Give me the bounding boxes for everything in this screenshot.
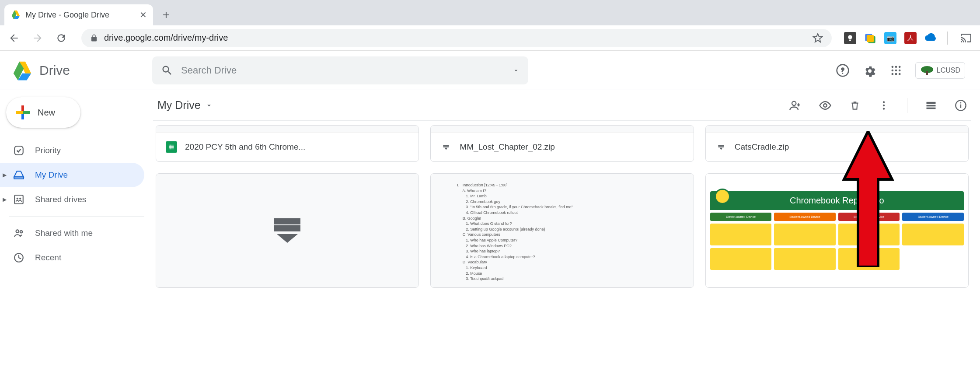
shared-drives-icon (13, 194, 24, 205)
drive-logo-area[interactable]: Drive (10, 59, 146, 82)
file-name: CatsCradle.zip (735, 142, 789, 152)
view-list-icon[interactable] (925, 99, 937, 112)
svg-point-26 (19, 198, 21, 200)
more-menu-icon[interactable] (878, 100, 889, 111)
repair-banner: Chromebook Repair Pro (710, 191, 964, 210)
tab-close-icon[interactable]: ✕ (140, 10, 147, 20)
expand-caret-icon[interactable]: ▶ (3, 172, 7, 178)
search-bar[interactable]: Search Drive (152, 56, 528, 84)
svg-point-32 (883, 101, 885, 103)
recent-icon (13, 252, 24, 263)
share-person-add-icon[interactable] (789, 99, 801, 112)
svg-marker-22 (14, 171, 24, 177)
zip-icon (440, 141, 452, 153)
extension-icon-3[interactable]: 📷 (884, 32, 896, 44)
sidebar-item-shared-drives[interactable]: ▶ Shared drives (0, 187, 144, 212)
main-area: New Priority ▶ My Drive ▶ Shared drives … (0, 90, 980, 371)
sidebar-item-shared-with-me[interactable]: Shared with me (0, 221, 144, 245)
repair-body-empty (902, 248, 964, 270)
svg-point-15 (899, 69, 901, 71)
file-card-sheets[interactable]: 2020 PCY 5th and 6th Chrome... (156, 125, 419, 162)
shared-with-me-icon (13, 228, 24, 239)
svg-point-18 (899, 73, 901, 75)
drive-logo-icon (10, 59, 34, 82)
file-thumbnail (156, 126, 419, 133)
svg-point-11 (895, 66, 897, 68)
help-icon[interactable] (836, 63, 850, 77)
repair-header: Student-owned Device (774, 213, 836, 221)
tab-title: My Drive - Google Drive (25, 10, 135, 20)
extension-icon-2[interactable] (864, 32, 876, 44)
plus-icon (16, 105, 30, 119)
svg-point-13 (891, 69, 893, 71)
file-thumbnail: I. Introduction [12:45 - 1:00] A. Who am… (431, 174, 693, 287)
reload-button[interactable] (53, 30, 69, 46)
bookmark-star-icon[interactable] (813, 33, 823, 43)
new-tab-button[interactable]: + (157, 6, 175, 24)
extension-icon-5[interactable] (924, 32, 937, 44)
svg-rect-35 (927, 102, 936, 104)
back-button[interactable] (6, 30, 22, 46)
file-card-zip[interactable]: MM_Lost_Chapter_02.zip (430, 125, 694, 162)
account-badge[interactable]: LCUSD (915, 62, 965, 79)
svg-rect-39 (960, 104, 961, 108)
preview-eye-icon[interactable] (819, 99, 832, 112)
repair-header: District-owned Device (710, 213, 772, 221)
svg-point-33 (883, 104, 885, 106)
file-card-zip[interactable]: CatsCradle.zip (705, 125, 969, 162)
arrow-left-icon (8, 32, 20, 44)
file-card-repair[interactable]: Chromebook Repair Pro District-owned Dev… (705, 173, 969, 288)
seal-icon (715, 189, 730, 204)
address-bar[interactable]: drive.google.com/drive/my-drive (81, 29, 832, 47)
file-card-doc[interactable]: I. Introduction [12:45 - 1:00] A. Who am… (430, 173, 694, 288)
new-button-label: New (38, 108, 55, 118)
sidebar-item-recent[interactable]: Recent (0, 245, 144, 270)
file-thumbnail (156, 174, 419, 287)
svg-point-30 (792, 101, 796, 105)
url-text: drive.google.com/drive/my-drive (104, 33, 806, 43)
browser-toolbar: drive.google.com/drive/my-drive 📷 人 (0, 25, 980, 51)
svg-rect-36 (927, 105, 936, 106)
svg-point-31 (823, 104, 827, 107)
file-name: 2020 PCY 5th and 6th Chrome... (185, 142, 305, 152)
file-thumbnail (706, 126, 968, 133)
repair-body (774, 224, 836, 245)
breadcrumb[interactable]: My Drive (157, 99, 213, 112)
svg-point-28 (20, 231, 22, 233)
repair-header: Student-owned Device (902, 213, 964, 221)
sidebar-item-label: My Drive (35, 170, 68, 180)
sidebar-item-label: Shared with me (35, 228, 93, 238)
browser-tab[interactable]: My Drive - Google Drive ✕ (4, 4, 153, 25)
drive-header: Drive Search Drive LCUSD (0, 51, 980, 90)
sidebar-item-label: Recent (35, 253, 61, 262)
apps-grid-icon[interactable] (890, 64, 902, 77)
file-card-archive[interactable] (156, 173, 419, 288)
file-thumbnail: Chromebook Repair Pro District-owned Dev… (706, 174, 968, 287)
extension-icon-1[interactable] (844, 32, 856, 44)
search-dropdown-icon[interactable] (513, 67, 520, 74)
cast-button[interactable] (958, 30, 974, 46)
svg-point-25 (17, 198, 18, 200)
svg-rect-5 (867, 35, 874, 42)
settings-gear-icon[interactable] (863, 63, 877, 77)
sidebar-item-priority[interactable]: Priority (0, 138, 144, 163)
svg-rect-45 (718, 146, 724, 147)
breadcrumb-label: My Drive (157, 99, 201, 112)
repair-body (710, 248, 772, 270)
expand-caret-icon[interactable]: ▶ (3, 196, 7, 203)
svg-point-40 (960, 102, 962, 103)
priority-icon (13, 145, 24, 156)
repair-header: Student-owned Device (838, 213, 900, 221)
arrow-right-icon (32, 32, 43, 44)
trash-icon[interactable] (849, 100, 861, 111)
sidebar-item-label: Shared drives (35, 195, 86, 204)
sidebar-divider (9, 216, 144, 217)
svg-rect-43 (443, 146, 449, 147)
details-info-icon[interactable] (955, 99, 967, 112)
sidebar-item-my-drive[interactable]: ▶ My Drive (0, 163, 144, 187)
svg-point-10 (891, 66, 893, 68)
extension-icon-4[interactable]: 人 (904, 32, 917, 44)
forward-button[interactable] (30, 30, 45, 46)
account-label: LCUSD (937, 66, 960, 74)
new-button[interactable]: New (6, 97, 80, 128)
